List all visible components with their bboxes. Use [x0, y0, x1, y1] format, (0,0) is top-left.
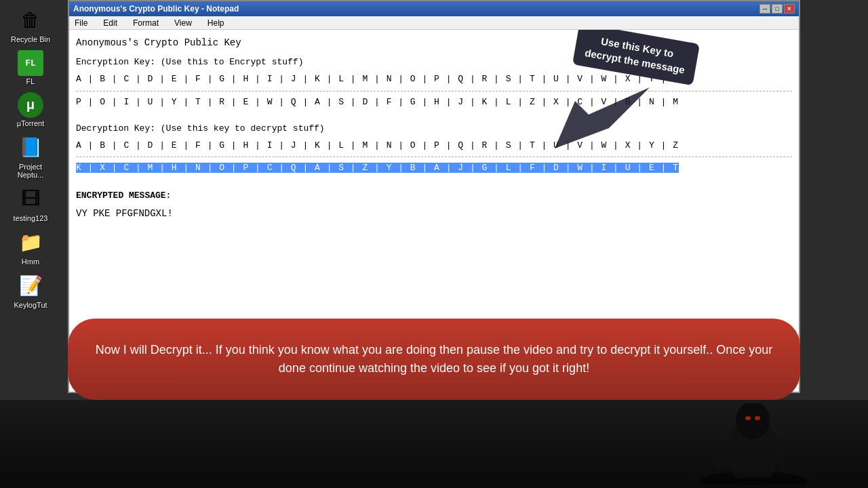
encrypted-label: ENCRYPTED MESSAGE:	[76, 189, 792, 203]
crypto-key-title: Anonymous's Crypto Public Key	[76, 37, 241, 48]
maximize-button[interactable]: □	[772, 4, 783, 14]
project-neptune-label: ProjectNeptu...	[18, 163, 44, 179]
shadow-figure	[678, 403, 827, 485]
notepad-title: Anonymous's Crypto Public Key - Notepad	[73, 4, 239, 14]
menu-help[interactable]: Help	[205, 18, 227, 28]
menu-view[interactable]: View	[172, 18, 195, 28]
encrypted-message: VY PKE PFGFNDGXL!	[76, 206, 792, 221]
fl-icon: FL	[18, 50, 43, 76]
notepad-titlebar: Anonymous's Crypto Public Key - Notepad …	[69, 1, 799, 16]
arrow-annotation: Use this Key to decrypt the message	[514, 33, 704, 169]
minimize-button[interactable]: ─	[760, 4, 770, 14]
svg-marker-0	[555, 87, 650, 148]
keylogtut-label: KeylogTut	[14, 301, 47, 309]
hmm-icon: 📁	[17, 229, 44, 256]
recycle-bin-icon: 🗑	[17, 7, 44, 34]
fl-label: FL	[26, 77, 35, 85]
arrow-svg	[514, 33, 704, 169]
testing123-label: testing123	[14, 214, 48, 222]
menu-format[interactable]: Format	[130, 18, 161, 28]
sidebar-item-utorrent[interactable]: µ µTorrent	[5, 92, 56, 127]
close-button[interactable]: ✕	[784, 4, 795, 14]
notepad-menubar: File Edit Format View Help	[69, 16, 799, 30]
hmm-label: Hmm	[22, 258, 39, 266]
recycle-bin-label: Recycle Bin	[11, 35, 50, 43]
titlebar-buttons: ─ □ ✕	[760, 4, 795, 14]
utorrent-label: µTorrent	[17, 119, 45, 127]
utorrent-icon: µ	[18, 92, 43, 118]
sidebar-item-testing123[interactable]: 🎞 testing123	[5, 186, 56, 222]
banner-text: Now I will Decrypt it... If you think yo…	[88, 341, 780, 378]
svg-point-4	[755, 416, 760, 420]
sidebar-item-keylogtut[interactable]: 📝 KeylogTut	[5, 272, 56, 309]
svg-point-3	[745, 416, 751, 420]
bottom-area	[0, 400, 868, 488]
sidebar-item-project-neptune[interactable]: 📘 ProjectNeptu...	[5, 134, 56, 179]
testing123-icon: 🎞	[17, 186, 44, 213]
menu-edit[interactable]: Edit	[100, 18, 120, 28]
keylogtut-icon: 📝	[17, 272, 44, 300]
project-neptune-icon: 📘	[17, 134, 44, 161]
menu-file[interactable]: File	[72, 18, 90, 28]
sidebar-item-recycle-bin[interactable]: 🗑 Recycle Bin	[5, 7, 56, 43]
sidebar-item-hmm[interactable]: 📁 Hmm	[5, 229, 56, 266]
sidebar-item-fl[interactable]: FL FL	[5, 50, 56, 85]
red-banner: Now I will Decrypt it... If you think yo…	[68, 319, 800, 400]
